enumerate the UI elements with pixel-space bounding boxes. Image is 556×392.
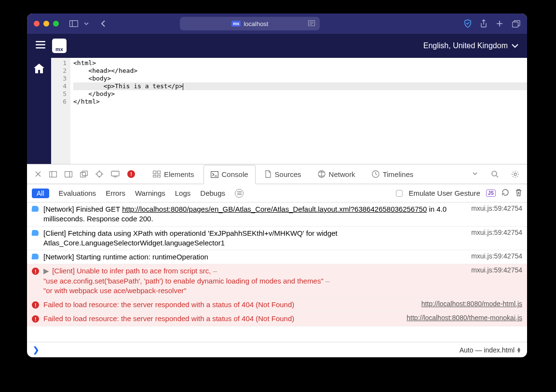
clear-console-icon[interactable]: [515, 189, 522, 198]
console-messages[interactable]: [Network] Finished GET http://localhost:…: [27, 203, 527, 342]
site-badge: mx: [231, 21, 241, 27]
back-button-icon[interactable]: [100, 20, 106, 27]
left-rail: [27, 58, 51, 164]
svg-rect-14: [81, 173, 86, 177]
console-source[interactable]: mxui.js:59:42754: [471, 229, 522, 236]
tab-group-dropdown-icon[interactable]: [84, 22, 89, 25]
console-row: [Client] Fetching data using XPath with …: [27, 227, 527, 251]
console-link[interactable]: http://localhost:8080/pages/en_GB/Atlas_…: [122, 205, 427, 213]
maximize-window-button[interactable]: [53, 21, 59, 27]
minimize-window-button[interactable]: [43, 21, 49, 27]
refresh-icon[interactable]: [502, 189, 509, 198]
svg-rect-8: [36, 44, 45, 46]
more-tabs-icon[interactable]: [468, 172, 482, 176]
filter-errors[interactable]: Errors: [106, 189, 125, 197]
dock-right-icon[interactable]: [62, 171, 75, 177]
filter-menu-icon[interactable]: [235, 189, 244, 198]
svg-rect-0: [70, 21, 78, 27]
shield-icon[interactable]: [464, 19, 472, 28]
svg-rect-12: [65, 171, 72, 177]
filter-logs[interactable]: Logs: [175, 189, 191, 197]
menu-icon[interactable]: [36, 41, 45, 51]
console-row: !▶ [Client] Unable to infer path to ace …: [27, 264, 527, 298]
sidebar-toggle-icon[interactable]: [69, 20, 78, 27]
line-gutter: 123456: [51, 58, 70, 164]
console-message: [Client] Fetching data using XPath with …: [43, 229, 467, 248]
console-source[interactable]: mxui.js:59:42754: [471, 252, 522, 260]
code-content[interactable]: <html> <head></head> <body> <p>This is a…: [70, 58, 527, 164]
browser-chrome: mx localhost: [27, 14, 527, 34]
console-source[interactable]: mxui.js:59:42754: [471, 204, 522, 212]
js-badge-icon[interactable]: JS: [486, 189, 496, 197]
prompt-icon[interactable]: ❯: [33, 345, 39, 354]
filter-debugs[interactable]: Debugs: [200, 189, 225, 197]
console-source[interactable]: mxui.js:59:42754: [471, 266, 522, 274]
console-icon: [211, 171, 218, 178]
tabs-overview-icon[interactable]: [512, 20, 520, 27]
tab-console[interactable]: Console: [203, 165, 256, 184]
tab-network-label: Network: [329, 170, 355, 178]
error-icon: !: [32, 301, 40, 309]
share-icon[interactable]: [480, 19, 487, 28]
console-message: [Network] Finished GET http://localhost:…: [43, 204, 467, 224]
info-icon: [32, 254, 40, 261]
home-icon[interactable]: [34, 64, 44, 75]
svg-rect-20: [158, 171, 161, 174]
app-logo[interactable]: mx: [52, 39, 67, 53]
reader-mode-icon[interactable]: [308, 20, 315, 27]
device-icon[interactable]: [108, 171, 122, 177]
tab-sources[interactable]: Sources: [258, 164, 309, 184]
tab-network[interactable]: Network: [311, 164, 363, 184]
console-message: Failed to load resource: the server resp…: [43, 300, 418, 310]
tab-elements[interactable]: Elements: [146, 164, 202, 184]
svg-rect-23: [211, 171, 218, 177]
code-editor[interactable]: 123456 <html> <head></head> <body> <p>Th…: [51, 58, 527, 164]
error-icon: !: [32, 315, 40, 323]
console-message: ▶ [Client] Unable to infer path to ace f…: [43, 266, 467, 296]
sources-icon: [265, 170, 271, 178]
new-tab-icon[interactable]: [496, 20, 503, 27]
console-message: Failed to load resource: the server resp…: [43, 314, 403, 324]
svg-rect-19: [153, 171, 156, 174]
filter-evaluations[interactable]: Evaluations: [59, 189, 96, 197]
filter-warnings[interactable]: Warnings: [135, 189, 165, 197]
console-source-link: http://localhost:8080/theme-monokai.js: [407, 314, 522, 322]
tab-timelines[interactable]: Timelines: [365, 164, 421, 184]
settings-icon[interactable]: [508, 170, 522, 178]
close-window-button[interactable]: [34, 21, 40, 27]
address-bar[interactable]: mx localhost: [180, 17, 320, 30]
target-icon[interactable]: [93, 170, 106, 178]
svg-point-27: [514, 173, 516, 176]
network-icon: [318, 170, 325, 178]
dock-left-icon[interactable]: [46, 171, 60, 177]
svg-rect-17: [111, 171, 119, 176]
svg-rect-7: [36, 41, 45, 42]
error-count-badge[interactable]: !: [127, 170, 135, 178]
info-icon: [32, 206, 40, 214]
svg-rect-9: [36, 47, 45, 49]
language-selector[interactable]: English, United Kingdom: [423, 41, 518, 50]
console-filter-bar: All Evaluations Errors Warnings Logs Deb…: [27, 184, 527, 203]
tab-elements-label: Elements: [164, 170, 194, 178]
filter-all[interactable]: All: [32, 189, 49, 198]
svg-rect-15: [82, 171, 88, 176]
disclosure-icon[interactable]: ▶: [43, 267, 49, 275]
execution-context-select[interactable]: Auto — index.html ▲▼: [460, 346, 521, 354]
app-header: mx English, United Kingdom: [27, 34, 527, 58]
timelines-icon: [372, 170, 380, 178]
console-row: !Failed to load resource: the server res…: [27, 298, 527, 312]
address-text: localhost: [244, 20, 268, 27]
language-label: English, United Kingdom: [423, 41, 508, 50]
popout-icon[interactable]: [77, 171, 91, 177]
emulate-gesture-label: Emulate User Gesture: [408, 189, 480, 197]
console-source-link: http://localhost:8080/mode-html.js: [421, 300, 522, 308]
svg-point-26: [492, 171, 497, 176]
chevron-down-icon: [512, 44, 518, 48]
console-row: [Network] Finished GET http://localhost:…: [27, 203, 527, 227]
emulate-gesture-checkbox[interactable]: [396, 190, 403, 197]
search-icon[interactable]: [488, 171, 502, 178]
svg-point-16: [97, 172, 102, 176]
close-devtools-icon[interactable]: [32, 171, 44, 177]
console-row: [Network] Starting runtime action: runti…: [27, 250, 527, 264]
info-icon: [32, 230, 40, 238]
